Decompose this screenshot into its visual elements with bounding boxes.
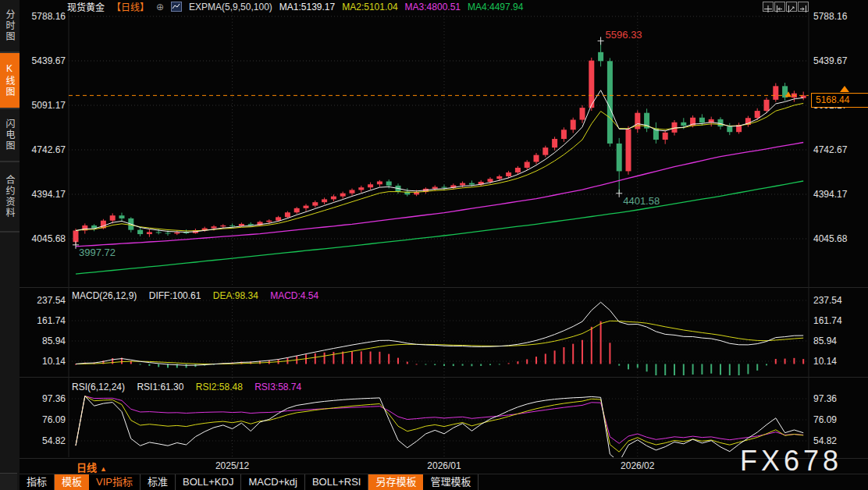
svg-text:4394.17: 4394.17 xyxy=(32,189,66,200)
svg-text:5439.67: 5439.67 xyxy=(32,55,66,66)
svg-text:237.54: 237.54 xyxy=(813,295,842,306)
svg-text:5439.67: 5439.67 xyxy=(813,55,848,66)
corner-block xyxy=(0,473,17,490)
fx678-watermark: FX678 xyxy=(740,445,842,478)
svg-text:2025/12: 2025/12 xyxy=(215,460,250,471)
crosshair-icon[interactable] xyxy=(763,2,774,12)
svg-text:161.74: 161.74 xyxy=(813,315,842,326)
toolbar-item-standard[interactable]: 标准 xyxy=(141,474,176,490)
rsi2-value: RSI2:58.48 xyxy=(196,382,243,392)
toolbar-item-boll-kdj[interactable]: BOLL+KDJ xyxy=(176,474,241,490)
chart-mode-sidebar: 分时图 K线图 闪电图 合约资料 xyxy=(0,0,20,490)
svg-text:4394.17: 4394.17 xyxy=(813,189,848,200)
svg-text:4045.68: 4045.68 xyxy=(813,233,848,244)
svg-text:5788.16: 5788.16 xyxy=(813,11,848,22)
toolbar-item-manage-template[interactable]: 管理模板 xyxy=(423,474,478,490)
bottom-toolbar: 指标 模板 VIP指标 标准 BOLL+KDJ MACD+kdj BOLL+RS… xyxy=(20,474,478,490)
svg-text:161.74: 161.74 xyxy=(37,315,66,326)
svg-text:5788.16: 5788.16 xyxy=(32,11,66,22)
sidebar-item-lightning-chart[interactable]: 闪电图 xyxy=(0,109,20,162)
svg-text:4045.68: 4045.68 xyxy=(32,233,66,244)
ma1-value: MA1:5139.17 xyxy=(279,2,335,12)
svg-text:76.09: 76.09 xyxy=(42,414,66,425)
toolbar-item-template[interactable]: 模板 xyxy=(55,474,89,490)
svg-text:4742.67: 4742.67 xyxy=(813,144,848,155)
svg-text:5596.33: 5596.33 xyxy=(606,29,642,41)
svg-text:2026/02: 2026/02 xyxy=(621,460,655,471)
sidebar-item-kline-chart[interactable]: K线图 xyxy=(0,53,20,109)
macd-macd-value: MACD:4.54 xyxy=(270,290,318,301)
svg-text:85.94: 85.94 xyxy=(813,336,837,346)
chart-header: 现货黄金 【日线】 ⊕ EXPMA(5,9,50,100) MA1:5139.1… xyxy=(67,1,523,12)
trading-app-window: 5788.165788.165439.675439.675091.175091.… xyxy=(0,0,868,490)
svg-text:2026/01: 2026/01 xyxy=(427,460,461,471)
rsi1-value: RSI1:61.30 xyxy=(137,382,183,392)
indicator-name: EXPMA(5,9,50,100) xyxy=(189,2,272,12)
interval-selector[interactable]: 日线▲ xyxy=(76,460,107,474)
toolbar-item-macd-kdj[interactable]: MACD+kdj xyxy=(241,474,305,490)
ma3-value: MA3:4800.51 xyxy=(405,2,461,12)
macd-header: MACD(26,12,9) DIFF:100.61 DEA:98.34 MACD… xyxy=(72,290,328,301)
svg-text:4401.58: 4401.58 xyxy=(623,195,660,207)
svg-text:10.14: 10.14 xyxy=(813,356,837,367)
price-chart-canvas[interactable]: 5788.165788.165439.675439.675091.175091.… xyxy=(0,0,868,490)
svg-text:85.94: 85.94 xyxy=(42,336,66,346)
toolbar-item-boll-rsi[interactable]: BOLL+RSI xyxy=(305,474,369,490)
interval-arrow-icon: ▲ xyxy=(100,465,107,473)
zoom-left-icon[interactable] xyxy=(774,2,785,12)
macd-name: MACD(26,12,9) xyxy=(72,290,137,301)
pan-right-icon[interactable] xyxy=(798,2,809,12)
svg-text:97.36: 97.36 xyxy=(42,393,66,404)
price-up-arrow-icon xyxy=(840,86,849,92)
interval-tag: 【日线】 xyxy=(112,0,149,13)
toolbar-item-vip-indicators[interactable]: VIP指标 xyxy=(89,474,141,490)
rsi-header: RSI(6,12,24) RSI1:61.30 RSI2:58.48 RSI3:… xyxy=(72,382,311,392)
ma4-value: MA4:4497.94 xyxy=(468,2,523,12)
macd-dea-value: DEA:98.34 xyxy=(213,290,258,301)
svg-text:4742.67: 4742.67 xyxy=(32,144,66,155)
sidebar-item-contract-info[interactable]: 合约资料 xyxy=(0,162,20,233)
svg-text:10.14: 10.14 xyxy=(42,356,66,367)
toolbar-item-save-template[interactable]: 另存模板 xyxy=(368,474,423,490)
zoom-right-icon[interactable] xyxy=(786,2,797,12)
svg-text:3997.72: 3997.72 xyxy=(79,247,116,258)
svg-text:97.36: 97.36 xyxy=(813,393,837,404)
symbol-name: 现货黄金 xyxy=(67,0,105,13)
add-indicator-icon[interactable]: ⊕ xyxy=(156,2,164,12)
current-price-tag: 5168.44 xyxy=(811,93,868,108)
ma2-value: MA2:5101.04 xyxy=(342,2,397,12)
chart-tools xyxy=(763,2,809,12)
toolbar-item-indicators[interactable]: 指标 xyxy=(20,474,55,490)
rsi3-value: RSI3:58.74 xyxy=(254,382,301,392)
svg-text:5091.17: 5091.17 xyxy=(32,100,66,111)
rsi-name: RSI(6,12,24) xyxy=(72,382,125,392)
svg-text:237.54: 237.54 xyxy=(37,295,66,306)
mini-chart-icon[interactable] xyxy=(171,2,182,12)
svg-text:76.09: 76.09 xyxy=(813,414,837,425)
macd-diff-value: DIFF:100.61 xyxy=(149,290,201,301)
svg-text:54.82: 54.82 xyxy=(42,435,66,446)
sidebar-item-time-chart[interactable]: 分时图 xyxy=(0,0,20,53)
interval-selector-label: 日线 xyxy=(76,462,97,474)
